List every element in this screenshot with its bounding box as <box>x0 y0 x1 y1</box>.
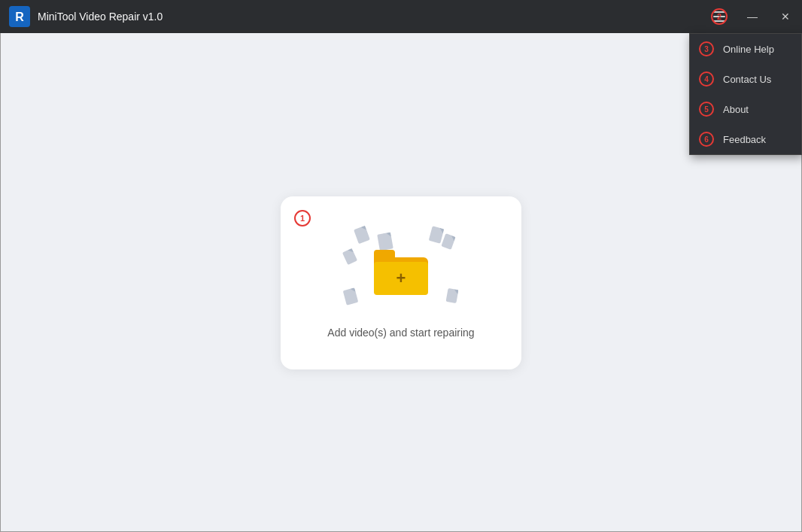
file-icon-4 <box>441 233 455 250</box>
file-icon-2 <box>377 232 393 251</box>
menu-item-contact-us[interactable]: 4 Contact Us <box>690 64 801 94</box>
titlebar-controls: 2 — ✕ <box>703 0 802 33</box>
dropdown-menu: 3 Online Help 4 Contact Us 5 About 6 Fee… <box>689 33 802 155</box>
menu-item-contact-us-badge: 4 <box>699 71 714 87</box>
titlebar: R MiniTool Video Repair v1.0 2 — ✕ <box>0 0 802 33</box>
file-icon-3 <box>429 226 445 243</box>
menu-item-about-label: About <box>723 104 749 115</box>
menu-item-feedback-badge: 6 <box>699 132 714 147</box>
minimize-button[interactable]: — <box>736 0 769 33</box>
folder-area: + <box>341 227 461 318</box>
upload-card[interactable]: 1 + Add video(s) and start repairing <box>281 196 521 369</box>
upload-text: Add video(s) and start repairing <box>327 327 474 339</box>
menu-button[interactable]: 2 <box>703 0 736 33</box>
menu-item-feedback-label: Feedback <box>723 134 766 145</box>
menu-item-about[interactable]: 5 About <box>690 94 801 124</box>
app-logo: R <box>9 6 30 27</box>
menu-item-feedback[interactable]: 6 Feedback <box>690 124 801 154</box>
folder-front: + <box>374 262 428 295</box>
menu-item-contact-us-label: Contact Us <box>723 74 771 85</box>
file-icon-5 <box>343 287 359 305</box>
app-title: MiniTool Video Repair v1.0 <box>38 11 163 23</box>
file-icon-6 <box>446 287 459 302</box>
folder-icon: + <box>374 250 428 295</box>
menu-item-online-help-label: Online Help <box>723 44 774 55</box>
folder-tab <box>374 250 395 257</box>
folder-plus-icon: + <box>396 270 406 287</box>
titlebar-left: R MiniTool Video Repair v1.0 <box>9 6 163 27</box>
hamburger-icon <box>713 11 725 22</box>
minimize-icon: — <box>747 11 758 23</box>
menu-item-online-help-badge: 3 <box>699 41 714 56</box>
file-icon-7 <box>342 248 357 264</box>
menu-item-online-help[interactable]: 3 Online Help <box>690 34 801 64</box>
close-button[interactable]: ✕ <box>769 0 802 33</box>
close-icon: ✕ <box>781 11 790 23</box>
svg-text:R: R <box>15 11 24 23</box>
file-icon-1 <box>354 225 370 243</box>
main-content: 1 + Add video(s) and start repairing <box>0 33 802 532</box>
menu-item-about-badge: 5 <box>699 102 714 117</box>
card-badge: 1 <box>294 210 311 226</box>
